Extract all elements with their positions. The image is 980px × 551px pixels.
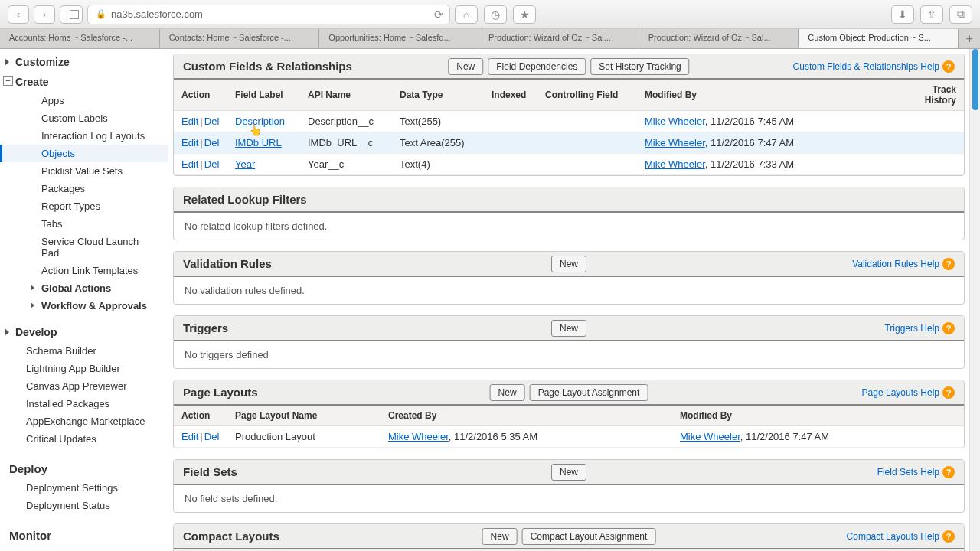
field-label-link[interactable]: IMDb URL xyxy=(235,137,282,148)
field-dependencies-button[interactable]: Field Dependencies xyxy=(488,58,586,75)
triggers-section: Triggers New Triggers Help? No triggers … xyxy=(173,315,965,369)
sidebar-item-deploy-status[interactable]: Deployment Status xyxy=(0,497,168,514)
sidebar-deploy[interactable]: Deploy xyxy=(0,458,168,479)
edit-link[interactable]: Edit xyxy=(181,158,198,170)
new-trigger-button[interactable]: New xyxy=(551,320,586,337)
scroll-thumb[interactable] xyxy=(972,49,978,110)
sidebar-item-system-overview[interactable]: System Overview xyxy=(0,546,168,551)
sidebar-item-interaction-log[interactable]: Interaction Log Layouts xyxy=(0,127,168,145)
sidebar-item-critical[interactable]: Critical Updates xyxy=(0,430,168,448)
del-link[interactable]: Del xyxy=(204,158,220,170)
help-icon[interactable]: ? xyxy=(942,466,955,478)
validation-help-link[interactable]: Validation Rules Help xyxy=(852,259,939,269)
forward-button[interactable]: › xyxy=(34,5,55,24)
field-sets-help-link[interactable]: Field Sets Help xyxy=(877,467,939,478)
url-text: na35.salesforce.com xyxy=(111,8,203,20)
sidebar-item-packages[interactable]: Packages xyxy=(0,180,168,197)
setup-sidebar: Customize −Create Apps Custom Labels Int… xyxy=(0,49,168,551)
page-layouts-help-link[interactable]: Page Layouts Help xyxy=(862,387,939,398)
page-layouts-title: Page Layouts xyxy=(183,386,258,399)
user-link[interactable]: Mike Wheeler xyxy=(645,137,705,148)
table-row: Edit|Del Production Layout Mike Wheeler,… xyxy=(174,426,964,448)
refresh-icon[interactable]: ⟳ xyxy=(434,8,443,21)
compact-layout-assignment-button[interactable]: Compact Layout Assignment xyxy=(522,528,656,545)
new-page-layout-button[interactable]: New xyxy=(490,384,525,401)
home-icon[interactable]: ⌂ xyxy=(455,5,478,24)
sidebar-item-report-types[interactable]: Report Types xyxy=(0,197,168,215)
tab-5[interactable]: Custom Object: Production ~ S... xyxy=(799,29,959,48)
new-compact-layout-button[interactable]: New xyxy=(482,528,518,545)
scrollbar[interactable] xyxy=(969,49,980,551)
bookmark-icon[interactable]: ★ xyxy=(513,5,536,24)
sidebar-item-custom-labels[interactable]: Custom Labels xyxy=(0,109,168,127)
new-field-set-button[interactable]: New xyxy=(551,464,586,481)
edit-link[interactable]: Edit xyxy=(181,116,198,127)
back-button[interactable]: ‹ xyxy=(8,5,29,24)
sidebar-global-actions[interactable]: Global Actions xyxy=(0,279,168,297)
sidebar-item-deploy-settings[interactable]: Deployment Settings xyxy=(0,479,168,497)
new-validation-button[interactable]: New xyxy=(551,256,586,272)
page-layout-assignment-button[interactable]: Page Layout Assignment xyxy=(530,384,648,401)
table-row: Edit|DelDescriptionDescription__cText(25… xyxy=(174,111,964,132)
sidebar-customize[interactable]: Customize xyxy=(0,52,168,72)
sidebar-create[interactable]: −Create xyxy=(0,72,168,92)
user-link[interactable]: Mike Wheeler xyxy=(645,116,705,127)
sidebar-item-service-cloud[interactable]: Service Cloud Launch Pad xyxy=(0,233,168,262)
sidebar-item-canvas[interactable]: Canvas App Previewer xyxy=(0,377,168,395)
sidebar-monitor[interactable]: Monitor xyxy=(0,525,168,546)
new-tab-button[interactable]: + xyxy=(959,29,980,48)
field-sets-title: Field Sets xyxy=(183,465,237,478)
del-link[interactable]: Del xyxy=(204,116,220,127)
sidebar-item-tabs[interactable]: Tabs xyxy=(0,215,168,233)
download-icon[interactable]: ⬇ xyxy=(891,5,914,24)
sidebar-item-installed[interactable]: Installed Packages xyxy=(0,395,168,412)
share-icon[interactable]: ⇪ xyxy=(920,5,943,24)
triggers-title: Triggers xyxy=(183,321,228,334)
tab-3[interactable]: Production: Wizard of Oz ~ Sal... xyxy=(479,29,639,48)
validation-rules-section: Validation Rules New Validation Rules He… xyxy=(173,251,965,305)
edit-link[interactable]: Edit xyxy=(181,137,198,148)
history-icon[interactable]: ◷ xyxy=(484,5,507,24)
del-link[interactable]: Del xyxy=(204,431,220,442)
tab-4[interactable]: Production: Wizard of Oz ~ Sal... xyxy=(639,29,799,48)
validation-body: No validation rules defined. xyxy=(174,277,964,304)
field-label-link[interactable]: Description xyxy=(235,116,285,127)
sidebar-toggle-button[interactable] xyxy=(60,5,83,24)
tab-0[interactable]: Accounts: Home ~ Salesforce -... xyxy=(0,29,160,48)
user-link[interactable]: Mike Wheeler xyxy=(645,158,705,170)
sidebar-item-lightning[interactable]: Lightning App Builder xyxy=(0,360,168,377)
sidebar-item-appexchange[interactable]: AppExchange Marketplace xyxy=(0,412,168,430)
tab-2[interactable]: Opportunities: Home ~ Salesfo... xyxy=(319,29,479,48)
lookup-filters-section: Related Lookup Filters No related lookup… xyxy=(173,187,965,240)
tab-1[interactable]: Contacts: Home ~ Salesforce -... xyxy=(160,29,320,48)
sidebar-item-action-link[interactable]: Action Link Templates xyxy=(0,262,168,279)
sidebar-item-picklist[interactable]: Picklist Value Sets xyxy=(0,162,168,180)
user-link[interactable]: Mike Wheeler xyxy=(388,431,449,442)
help-icon[interactable]: ? xyxy=(942,530,955,543)
compact-layouts-title: Compact Layouts xyxy=(183,530,279,543)
sidebar-workflow[interactable]: Workflow & Approvals xyxy=(0,297,168,315)
table-row: Edit|DelIMDb URLIMDb_URL__cText Area(255… xyxy=(174,132,964,154)
new-field-button[interactable]: New xyxy=(448,58,483,75)
del-link[interactable]: Del xyxy=(204,137,220,148)
lock-icon: 🔒 xyxy=(96,9,106,19)
sidebar-item-schema[interactable]: Schema Builder xyxy=(0,342,168,360)
custom-fields-help-link[interactable]: Custom Fields & Relationships Help xyxy=(793,61,939,72)
help-icon[interactable]: ? xyxy=(942,386,955,399)
sidebar-develop[interactable]: Develop xyxy=(0,322,168,342)
custom-fields-table: Action Field Label API Name Data Type In… xyxy=(174,80,964,175)
help-icon[interactable]: ? xyxy=(942,322,955,334)
edit-link[interactable]: Edit xyxy=(181,431,198,442)
tabs-icon[interactable]: ⧉ xyxy=(949,5,972,24)
triggers-help-link[interactable]: Triggers Help xyxy=(884,323,939,334)
help-icon[interactable]: ? xyxy=(942,258,955,270)
set-history-tracking-button[interactable]: Set History Tracking xyxy=(590,58,689,75)
url-bar[interactable]: 🔒 na35.salesforce.com ⟳ xyxy=(87,5,450,24)
sidebar-item-objects[interactable]: Objects xyxy=(0,145,168,162)
sidebar-item-apps[interactable]: Apps xyxy=(0,92,168,109)
user-link[interactable]: Mike Wheeler xyxy=(680,431,740,442)
help-icon[interactable]: ? xyxy=(942,60,955,73)
compact-layouts-help-link[interactable]: Compact Layouts Help xyxy=(847,531,939,542)
tab-bar: Accounts: Home ~ Salesforce -... Contact… xyxy=(0,29,980,49)
field-label-link[interactable]: Year xyxy=(235,158,255,170)
